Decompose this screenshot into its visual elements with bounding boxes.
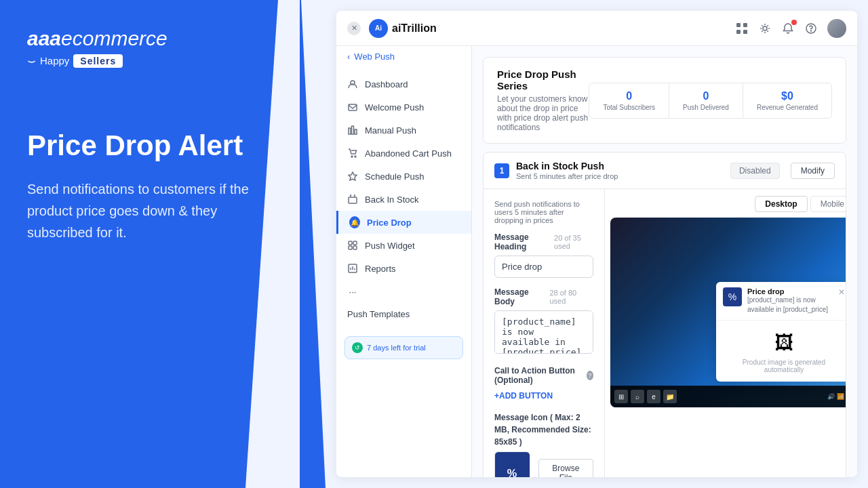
preview-tabs: Desktop Mobile [605,189,846,212]
happy-sellers: ⌣ Happy Sellers [27,53,123,68]
svg-rect-17 [353,241,357,245]
help-icon[interactable] [804,22,818,35]
push-number: 1 [494,163,509,178]
push-preview: Desktop Mobile ⊞ [605,189,846,477]
desktop-preview: ⊞ ⊞ ⌕ e 📁 🔊 📶 🔋 [610,218,846,407]
svg-point-6 [811,30,812,31]
avatar[interactable] [827,19,846,38]
left-panel: aaaecommerce ⌣ Happy Sellers Price Drop … [0,0,298,488]
sidebar-label-back-stock: Back In Stock [365,195,418,205]
back-label: Web Push [354,52,395,62]
sidebar-nav: Dashboard Welcome Push Manual Push [336,67,471,331]
sidebar-item-reports[interactable]: Reports [336,257,471,280]
header-icons [735,19,846,38]
happy-text: Happy [40,55,69,66]
icon-row: Message Icon ( Max: 2 MB, Recommended Si… [494,411,593,477]
bell-icon[interactable] [781,22,795,35]
taskbar: ⊞ ⌕ e 📁 🔊 📶 🔋 [610,386,846,407]
svg-point-12 [351,156,353,157]
grid-icon[interactable] [735,22,749,35]
ai-logo-icon: Ai [369,19,388,38]
svg-rect-2 [736,30,741,34]
main-content: Price Drop Push Series Let your customer… [472,46,857,477]
sidebar-label-price-drop: Price Drop [367,218,412,228]
svg-text:%: % [507,467,517,477]
sellers-badge: Sellers [73,54,123,68]
heading-char-count: 20 of 35 used [554,234,593,250]
stat-delivered-label: Push Delivered [683,104,729,111]
message-body-textarea[interactable]: [product_name] is now available in [prod… [494,310,593,354]
bell-active-icon: 🔔 [349,216,360,228]
stat-revenue-label: Revenue Generated [757,104,818,111]
series-stats: 0 Total Subscribers 0 Push Delivered $0 … [589,83,832,119]
trial-badge[interactable]: ↺ 7 days left for trial [344,336,463,359]
smile-icon: ⌣ [27,53,36,68]
page-title: Price Drop Alert [27,129,271,162]
add-button-link[interactable]: +ADD BUTTON [494,391,553,401]
star-icon [347,171,358,182]
taskbar-start-icon: ⊞ [614,390,628,403]
message-heading-label: Message Heading [494,232,554,251]
push-card-header: 1 Back in Stock Push Sent 5 minutes afte… [484,152,846,189]
sidebar-item-welcome-push[interactable]: Welcome Push [336,96,471,119]
notification-title: Price drop [747,287,833,296]
trial-label: 7 days left for trial [367,344,426,352]
settings-icon[interactable] [758,22,772,35]
notification-image-area: 🖼 Product image is generated automatical… [716,321,846,382]
svg-rect-0 [736,23,741,27]
trial-icon: ↺ [352,342,363,353]
sidebar-item-price-drop[interactable]: 🔔 Price Drop [336,211,471,234]
cta-hint-icon: ? [587,371,593,380]
sidebar-item-dashboard[interactable]: Dashboard [336,73,471,96]
stat-delivered: 0 Push Delivered [669,83,743,118]
app-container: ✕ Ai aiTrillion [336,11,857,477]
stat-delivered-value: 0 [683,90,729,102]
status-badge[interactable]: Disabled [730,163,780,179]
modify-button[interactable]: Modify [791,163,835,179]
sidebar-item-push-templates[interactable]: Push Templates [336,303,471,325]
push-description: Send push notifications to users 5 minut… [494,200,593,224]
svg-rect-3 [743,30,747,34]
mail-icon [347,102,358,113]
notification-badge [791,20,797,25]
stat-subscribers: 0 Total Subscribers [589,83,669,118]
svg-rect-9 [349,128,351,134]
page-description: Send notifications to customers if the p… [27,178,271,243]
cta-label: Call to Action Button (Optional) [494,366,584,385]
svg-point-4 [763,26,767,30]
brand-name: aaaecommerce [27,27,271,50]
taskbar-time: 🔊 📶 🔋 [827,393,846,400]
sidebar-item-manual-push[interactable]: Manual Push [336,119,471,142]
sidebar-item-push-widget[interactable]: Push Widget [336,234,471,257]
push-card: 1 Back in Stock Push Sent 5 minutes afte… [483,152,846,477]
sidebar-back-button[interactable]: ‹ Web Push [336,46,471,67]
close-button[interactable]: ✕ [347,22,361,35]
notification-close-icon[interactable]: ✕ [838,287,845,297]
notification-popup: % Price drop [product_name] is now avail… [716,282,846,382]
tag-icon: 🔔 [349,217,360,228]
sidebar-item-abandoned-cart[interactable]: Abandoned Cart Push [336,142,471,165]
tab-mobile[interactable]: Mobile [810,196,846,212]
right-panel: ✕ Ai aiTrillion [298,0,868,488]
back-arrow-icon: ‹ [347,52,350,62]
notification-header: % Price drop [product_name] is now avail… [716,282,846,321]
stat-subscribers-value: 0 [603,90,655,102]
sidebar-label-dashboard: Dashboard [365,79,408,89]
svg-rect-10 [352,126,354,134]
notification-image-label: Product image is generated automatically [724,359,844,373]
sidebar-item-more[interactable]: ··· [336,280,471,303]
push-card-body: Send push notifications to users 5 minut… [484,189,846,477]
sidebar-item-schedule-push[interactable]: Schedule Push [336,165,471,188]
tab-desktop[interactable]: Desktop [755,196,807,212]
product-image-placeholder: 🖼 [770,329,797,356]
sidebar-item-back-in-stock[interactable]: Back In Stock [336,188,471,211]
push-header-info: Back in Stock Push Sent 5 minutes after … [516,161,730,180]
bar-icon [347,125,358,136]
browse-file-button[interactable]: Browse File [538,459,593,477]
brand-aaa: aaa [27,27,61,49]
more-icon: ··· [347,286,358,297]
svg-rect-11 [355,129,357,134]
svg-rect-16 [349,241,352,245]
svg-rect-15 [349,197,357,203]
message-heading-input[interactable] [494,256,593,278]
